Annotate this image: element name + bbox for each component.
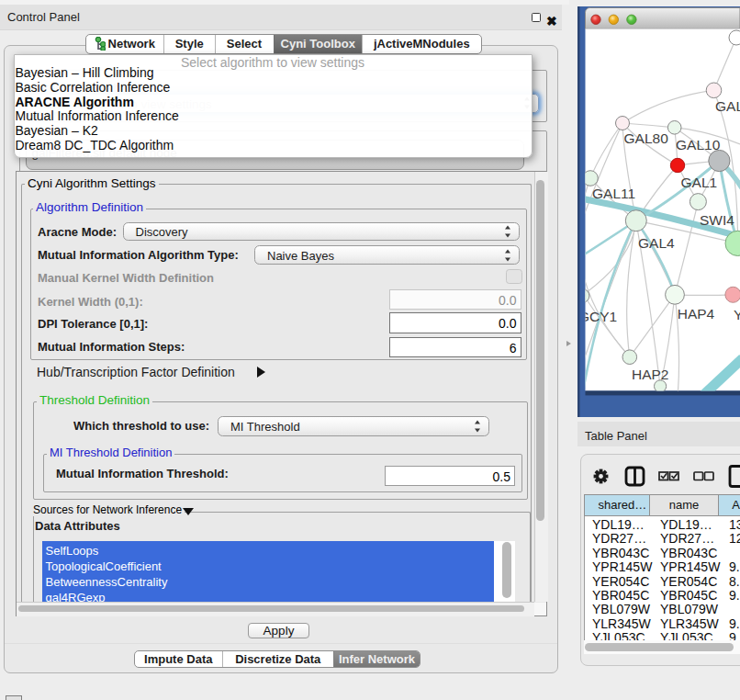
svg-text:GAL11: GAL11	[592, 186, 635, 201]
svg-text:SWI4: SWI4	[700, 212, 734, 228]
svg-text:GAL7: GAL7	[715, 98, 740, 114]
svg-text:HAP4: HAP4	[678, 306, 715, 322]
svg-text:HAP2: HAP2	[632, 367, 669, 382]
svg-text:YMR: YMR	[734, 307, 740, 322]
svg-text:GAL4: GAL4	[638, 235, 675, 251]
svg-text:GAL10: GAL10	[676, 137, 721, 152]
svg-text:GAL1: GAL1	[681, 175, 718, 190]
svg-text:GAL80: GAL80	[624, 130, 669, 146]
